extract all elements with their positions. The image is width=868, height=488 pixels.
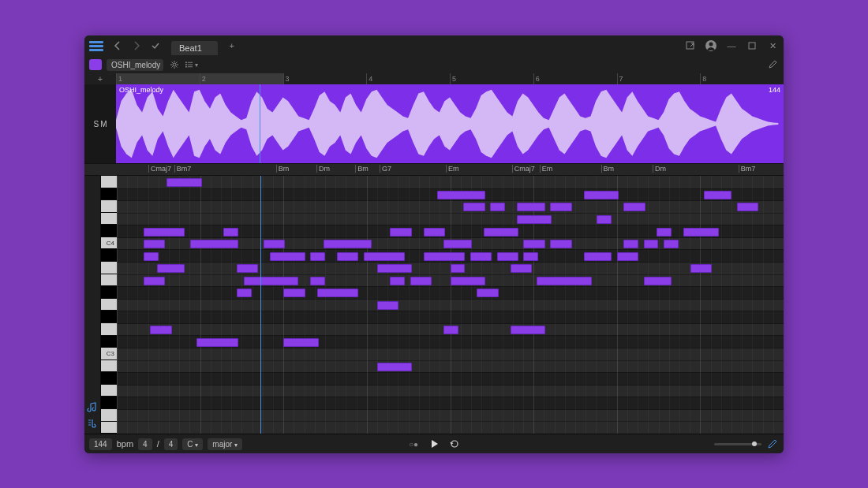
track-color-chip[interactable] — [89, 59, 102, 70]
play-icon[interactable] — [428, 438, 440, 450]
list-view-icon[interactable] — [87, 418, 98, 429]
midi-note[interactable] — [617, 252, 638, 261]
list-icon[interactable]: ▾ — [185, 58, 198, 71]
midi-note[interactable] — [390, 228, 411, 237]
midi-note[interactable] — [623, 240, 638, 248]
piano-key[interactable] — [101, 286, 117, 299]
piano-key[interactable] — [101, 336, 117, 348]
midi-note[interactable] — [511, 326, 545, 334]
gear-icon[interactable] — [168, 58, 181, 71]
piano-key[interactable] — [101, 262, 117, 274]
midi-note[interactable] — [166, 178, 201, 187]
chord-label[interactable]: G7 — [380, 165, 391, 173]
midi-note[interactable] — [550, 240, 571, 248]
midi-note[interactable] — [190, 240, 238, 248]
midi-note[interactable] — [196, 338, 238, 347]
solo-button[interactable]: S — [93, 120, 99, 129]
piano-keyboard[interactable]: C4C3 — [101, 176, 117, 434]
midi-note[interactable] — [523, 240, 544, 248]
back-icon[interactable] — [111, 39, 124, 52]
midi-note[interactable] — [410, 277, 432, 285]
midi-note[interactable] — [550, 203, 571, 211]
piano-key[interactable] — [101, 299, 117, 311]
share-icon[interactable] — [684, 39, 697, 52]
midi-note[interactable] — [443, 240, 472, 248]
midi-note[interactable] — [704, 191, 732, 199]
midi-note[interactable] — [157, 264, 185, 273]
minimize-icon[interactable]: — — [725, 39, 738, 52]
chord-label[interactable]: Bm7 — [174, 165, 192, 173]
chord-label[interactable]: Bm — [355, 165, 369, 173]
midi-note[interactable] — [463, 203, 485, 211]
midi-note[interactable] — [223, 228, 238, 237]
midi-note[interactable] — [283, 338, 318, 347]
chord-label[interactable]: Dm — [316, 165, 330, 173]
midi-note[interactable] — [584, 191, 619, 199]
piano-key[interactable] — [101, 360, 117, 373]
midi-note[interactable] — [497, 252, 518, 261]
app-logo-icon[interactable] — [89, 39, 103, 53]
midi-note[interactable] — [470, 252, 492, 261]
edit-icon[interactable] — [766, 438, 779, 450]
loop-icon[interactable] — [448, 438, 461, 450]
piano-key[interactable] — [101, 176, 117, 188]
piano-key[interactable]: C4 — [101, 237, 117, 250]
project-tab[interactable]: Beat1 — [171, 41, 218, 55]
timesig-numerator[interactable]: 4 — [138, 438, 152, 450]
track-name-field[interactable]: OSHI_melody — [107, 59, 163, 71]
scale-select[interactable]: major ▾ — [208, 438, 242, 450]
midi-note[interactable] — [511, 264, 532, 273]
midi-note[interactable] — [377, 301, 398, 310]
piano-key[interactable] — [101, 422, 117, 434]
midi-note[interactable] — [144, 252, 159, 261]
midi-note[interactable] — [644, 240, 659, 248]
midi-note[interactable] — [264, 240, 285, 248]
midi-note[interactable] — [150, 326, 171, 334]
midi-note[interactable] — [270, 252, 305, 261]
record-icon[interactable]: ○● — [407, 438, 420, 450]
midi-note[interactable] — [597, 215, 612, 224]
midi-note[interactable] — [484, 228, 518, 237]
piano-key[interactable] — [101, 397, 117, 409]
waveform-clip[interactable]: OSHI_melody 144 — [116, 84, 784, 163]
mute-button[interactable]: M — [100, 120, 107, 129]
midi-note[interactable] — [144, 228, 185, 237]
chord-label[interactable]: Bm — [601, 165, 615, 173]
piano-key[interactable] — [101, 249, 117, 262]
midi-note[interactable] — [317, 289, 359, 297]
notes-view-icon[interactable] — [87, 402, 98, 413]
midi-note[interactable] — [424, 228, 445, 237]
midi-note[interactable] — [377, 264, 412, 273]
playhead[interactable] — [260, 84, 260, 163]
midi-note[interactable] — [144, 277, 165, 285]
piano-key[interactable] — [101, 213, 117, 225]
midi-note[interactable] — [451, 277, 485, 285]
midi-note[interactable] — [390, 277, 405, 285]
check-icon[interactable] — [149, 39, 162, 52]
add-tab-icon[interactable]: + — [226, 39, 238, 52]
chord-label[interactable]: Dm — [653, 165, 666, 173]
midi-note[interactable] — [517, 215, 552, 224]
midi-note[interactable] — [244, 277, 299, 285]
midi-note[interactable] — [664, 240, 679, 248]
midi-note[interactable] — [523, 252, 538, 261]
midi-note[interactable] — [737, 203, 758, 211]
midi-note[interactable] — [451, 264, 466, 273]
midi-note[interactable] — [517, 203, 545, 211]
midi-note[interactable] — [584, 252, 612, 261]
midi-note[interactable] — [683, 228, 718, 237]
pencil-icon[interactable] — [766, 58, 779, 71]
piano-key[interactable] — [101, 200, 117, 213]
midi-note[interactable] — [657, 228, 672, 237]
bpm-value[interactable]: 144 — [89, 438, 112, 450]
midi-note[interactable] — [477, 289, 498, 297]
midi-note[interactable] — [437, 191, 485, 199]
midi-note[interactable] — [237, 289, 252, 297]
midi-note[interactable] — [490, 203, 505, 211]
midi-note[interactable] — [310, 252, 325, 261]
timesig-denominator[interactable]: 4 — [164, 438, 178, 450]
key-select[interactable]: C ▾ — [182, 438, 203, 450]
chord-label[interactable]: Cmaj7 — [148, 165, 171, 173]
piano-key[interactable] — [101, 409, 117, 422]
forward-icon[interactable] — [130, 39, 143, 52]
